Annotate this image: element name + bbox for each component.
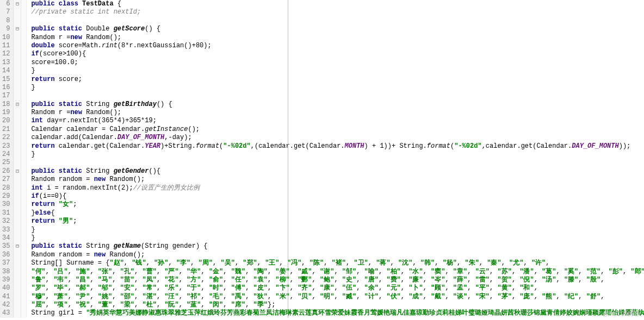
code-line[interactable]: int day=r.nextInt(365*4)+365*19; <box>31 117 644 125</box>
fold-column[interactable]: ⊟⊟⊟⊟⊟ <box>14 0 21 318</box>
code-line[interactable]: public static Double getScore() { <box>31 25 644 33</box>
code-editor[interactable]: 6789101112131415161718192021222324252627… <box>0 0 644 318</box>
fold-toggle <box>14 134 21 142</box>
code-line[interactable]: Random random = new Random(); <box>31 175 644 184</box>
fold-toggle[interactable]: ⊟ <box>14 242 21 250</box>
fold-toggle <box>14 200 21 209</box>
code-line[interactable]: } <box>31 84 644 92</box>
line-number: 6 <box>2 0 11 8</box>
line-number: 19 <box>2 109 11 117</box>
fold-toggle <box>14 259 21 267</box>
line-number: 34 <box>2 234 11 242</box>
code-line[interactable]: String girl = "秀娟英华慧巧美娜静淑惠珠翠雅芝玉萍红娥玲芬芳燕彩春… <box>31 309 644 317</box>
line-number: 40 <box>2 284 11 292</box>
code-line[interactable]: "鲁", "韦", "昌", "马", "苗", "凤", "花", "方", … <box>31 276 644 284</box>
code-line[interactable]: Random r =new Random(); <box>31 109 644 117</box>
line-number: 23 <box>2 142 11 150</box>
code-line[interactable]: public static String getName(String gend… <box>31 242 644 250</box>
line-number: 28 <box>2 184 11 192</box>
code-line[interactable]: int i = random.nextInt(2);//设置产生的男女比例 <box>31 184 644 192</box>
line-number: 35 <box>2 242 11 250</box>
line-number: 29 <box>2 192 11 200</box>
code-line[interactable]: return score; <box>31 76 644 84</box>
line-number: 10 <box>2 34 11 42</box>
code-line[interactable]: } <box>31 234 644 242</box>
fold-toggle <box>14 251 21 259</box>
code-line[interactable]: public class TestData { <box>31 0 644 8</box>
fold-toggle <box>14 284 21 292</box>
fold-toggle <box>14 309 21 317</box>
code-line[interactable]: "穆", "萧", "尹", "姚", "邵", "湛", "汪", "祁", … <box>31 293 644 301</box>
line-number: 11 <box>2 42 11 50</box>
code-line[interactable]: if(score>100){ <box>31 50 644 58</box>
line-number: 17 <box>2 92 11 100</box>
code-line[interactable]: String[] Surname = {"赵", "钱", "孙", "李", … <box>31 259 644 267</box>
code-line[interactable]: double score=Math.rint(8*r.nextGaussian(… <box>31 42 644 50</box>
fold-toggle <box>14 192 21 200</box>
fold-toggle <box>14 268 21 276</box>
fold-toggle <box>14 276 21 284</box>
right-margin-guide <box>288 0 288 318</box>
line-number: 8 <box>2 17 11 25</box>
code-line[interactable]: "罗", "毕", "郝", "邬", "安", "常", "乐", "于", … <box>31 284 644 292</box>
code-line[interactable]: score=100.0; <box>31 59 644 67</box>
line-number: 33 <box>2 226 11 234</box>
fold-toggle <box>14 59 21 67</box>
code-line[interactable]: public static String getGender(){ <box>31 167 644 175</box>
line-number: 38 <box>2 268 11 276</box>
line-number: 31 <box>2 209 11 217</box>
fold-toggle <box>14 84 21 92</box>
code-line[interactable] <box>31 92 644 100</box>
code-area[interactable]: public class TestData { //private static… <box>27 0 644 318</box>
fold-toggle <box>14 109 21 117</box>
code-line[interactable]: }else{ <box>31 209 644 217</box>
line-number-gutter: 6789101112131415161718192021222324252627… <box>0 0 14 318</box>
fold-toggle <box>14 17 21 25</box>
fold-toggle[interactable]: ⊟ <box>14 25 21 33</box>
code-line[interactable] <box>31 159 644 167</box>
code-line[interactable]: Random r =new Random(); <box>31 34 644 42</box>
line-number: 39 <box>2 276 11 284</box>
fold-toggle <box>14 234 21 242</box>
fold-toggle <box>14 150 21 159</box>
fold-toggle <box>14 159 21 167</box>
code-line[interactable] <box>31 17 644 25</box>
line-number: 20 <box>2 117 11 125</box>
fold-toggle <box>14 117 21 125</box>
code-line[interactable]: "何", "吕", "施", "张", "孔", "曹", "严", "华", … <box>31 268 644 276</box>
code-line[interactable]: //private static int nextId; <box>31 8 644 16</box>
fold-toggle[interactable]: ⊟ <box>14 0 21 8</box>
line-number: 25 <box>2 159 11 167</box>
code-line[interactable]: return "女"; <box>31 200 644 209</box>
code-line[interactable]: if(i==0){ <box>31 192 644 200</box>
margin-column <box>21 0 27 318</box>
line-number: 32 <box>2 217 11 225</box>
code-line[interactable]: Calendar calendar = Calendar.getInstance… <box>31 126 644 134</box>
code-line[interactable]: } <box>31 67 644 75</box>
line-number: 9 <box>2 25 11 33</box>
fold-toggle[interactable]: ⊟ <box>14 101 21 109</box>
line-number: 15 <box>2 76 11 84</box>
line-number: 14 <box>2 67 11 75</box>
fold-toggle <box>14 92 21 100</box>
code-line[interactable]: return "男"; <box>31 217 644 225</box>
fold-toggle <box>14 217 21 225</box>
code-line[interactable]: } <box>31 150 644 159</box>
line-number: 37 <box>2 259 11 267</box>
fold-toggle <box>14 175 21 184</box>
line-number: 21 <box>2 126 11 134</box>
code-line[interactable]: } <box>31 226 644 234</box>
fold-toggle <box>14 209 21 217</box>
fold-toggle[interactable]: ⊟ <box>14 167 21 175</box>
code-line[interactable]: public static String getBirthday() { <box>31 101 644 109</box>
code-line[interactable]: "屈", "项", "祝", "董", "梁", "杜", "阮", "蓝", … <box>31 301 644 309</box>
code-line[interactable]: return calendar.get(Calendar.YEAR)+Strin… <box>31 142 644 150</box>
line-number: 22 <box>2 134 11 142</box>
line-number: 42 <box>2 301 11 309</box>
fold-toggle <box>14 34 21 42</box>
line-number: 30 <box>2 200 11 209</box>
line-number: 36 <box>2 251 11 259</box>
line-number: 43 <box>2 309 11 317</box>
code-line[interactable]: calendar.add(Calendar.DAY_OF_MONTH,-day)… <box>31 134 644 142</box>
code-line[interactable]: Random random = new Random(); <box>31 251 644 259</box>
